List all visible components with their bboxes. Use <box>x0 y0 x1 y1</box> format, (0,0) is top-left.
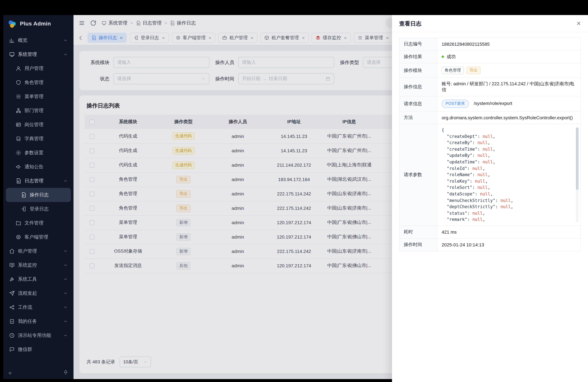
log-detail-table: 日志编号 1882612840802115585 操作结果 成功 操作模块 角色… <box>399 38 581 251</box>
field-method: 方法 org.dromara.system.controller.system.… <box>399 111 581 124</box>
field-log-id: 日志编号 1882612840802115585 <box>399 38 581 50</box>
request-url-value: /system/role/export <box>474 101 512 106</box>
post-request-tag: POST请求 <box>442 100 469 108</box>
field-request: 请求信息 POST请求 /system/role/export <box>399 96 581 111</box>
close-icon[interactable]: × <box>577 20 581 27</box>
module-tag: 角色管理 <box>442 67 464 74</box>
view-log-drawer: 查看日志 × 日志编号 1882612840802115585 操作结果 成功 … <box>392 15 588 382</box>
scrollbar-thumb[interactable] <box>576 127 579 190</box>
drawer-header: 查看日志 × <box>392 15 588 32</box>
request-params-json: { "createDept": null, "createBy": null, … <box>442 127 579 223</box>
field-module: 操作模块 角色管理 导出 <box>399 63 581 78</box>
params-scrollbar[interactable] <box>576 127 579 222</box>
operation-type-tag: 导出 <box>466 67 481 74</box>
log-id-value: 1882612840802115585 <box>437 38 581 50</box>
operation-info-value: 账号: admin / 研发部门 / 222.175.114.242 / 中国|… <box>437 78 581 96</box>
result-value: 成功 <box>446 54 456 59</box>
success-dot-icon <box>442 56 444 58</box>
field-time: 操作时间 2025-01-24 10:14:13 <box>399 238 581 251</box>
request-params-block: { "createDept": null, "createBy": null, … <box>442 127 579 223</box>
screen: Plus Admin 概览系统管理用户管理角色管理菜单管理部门管理岗位管理字典管… <box>0 0 588 382</box>
field-info: 操作信息 账号: admin / 研发部门 / 222.175.114.242 … <box>399 78 581 96</box>
drawer-body: 日志编号 1882612840802115585 操作结果 成功 操作模块 角色… <box>392 32 588 256</box>
operation-time-value: 2025-01-24 10:14:13 <box>437 238 581 251</box>
drawer-title: 查看日志 <box>399 20 421 27</box>
duration-value: 421 ms <box>437 226 581 238</box>
field-params: 请求参数 { "createDept": null, "createBy": n… <box>399 124 581 226</box>
method-value: org.dromara.system.controller.system.Sys… <box>437 111 581 124</box>
field-duration: 耗时 421 ms <box>399 226 581 238</box>
field-result: 操作结果 成功 <box>399 50 581 63</box>
